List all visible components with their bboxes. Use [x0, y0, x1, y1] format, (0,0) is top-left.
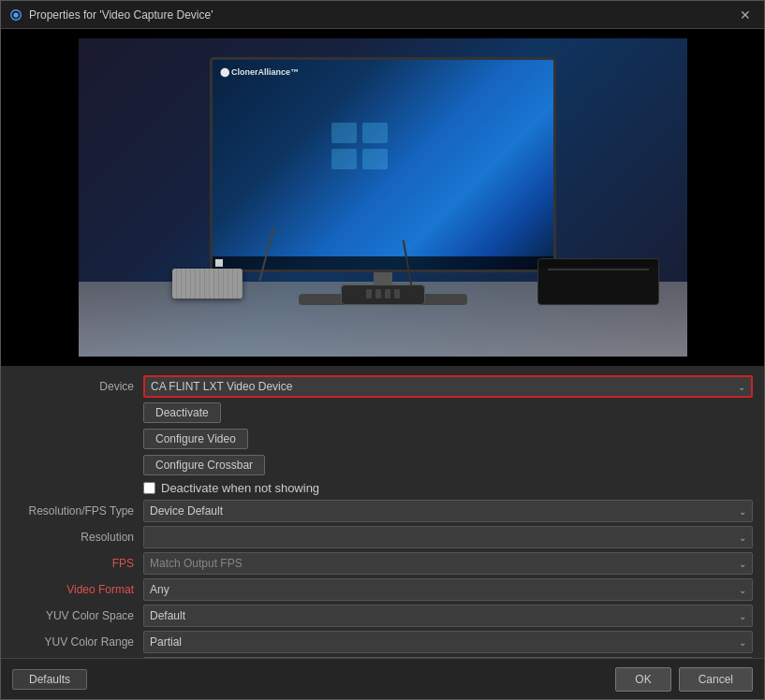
- buffering-dropdown[interactable]: Auto-Detect ⌄: [143, 657, 753, 658]
- video-format-dropdown[interactable]: Any ⌄: [143, 578, 753, 601]
- deactivate-button[interactable]: Deactivate: [143, 402, 221, 423]
- brand-logo: ⬤ ClonerAlliance™: [220, 67, 300, 77]
- monitor-body: ⬤ ClonerAlliance™: [210, 57, 556, 272]
- fps-value: Match Output FPS: [150, 557, 243, 570]
- device-dropdown-arrow: ⌄: [738, 382, 745, 392]
- resolution-label: Resolution: [12, 531, 143, 544]
- video-format-row: Video Format Any ⌄: [1, 576, 764, 603]
- buffering-control: Auto-Detect ⌄: [143, 657, 753, 658]
- yuv-color-range-row: YUV Color Range Partial ⌄: [1, 629, 764, 655]
- fps-arrow: ⌄: [739, 559, 746, 569]
- device-value: CA FLINT LXT Video Device: [151, 380, 292, 393]
- deactivate-when-not-showing-checkbox[interactable]: [143, 482, 155, 494]
- cancel-button[interactable]: Cancel: [679, 667, 753, 692]
- configure-video-button[interactable]: Configure Video: [143, 429, 248, 449]
- resolution-fps-type-value: Device Default: [150, 504, 223, 518]
- device-label: Device: [12, 380, 143, 393]
- svg-point-1: [13, 12, 18, 17]
- yuv-color-space-arrow: ⌄: [739, 611, 746, 621]
- resolution-fps-type-control: Device Default ⌄: [143, 500, 753, 522]
- bottom-right-buttons: OK Cancel: [615, 667, 753, 692]
- fps-dropdown[interactable]: Match Output FPS ⌄: [143, 552, 753, 575]
- fps-label: FPS: [12, 557, 143, 570]
- monitor-screen: ⬤ ClonerAlliance™: [213, 60, 553, 270]
- close-button[interactable]: ✕: [734, 4, 757, 26]
- yuv-color-space-label: YUV Color Space: [12, 609, 143, 622]
- video-format-control: Any ⌄: [143, 578, 753, 601]
- yuv-color-range-arrow: ⌄: [739, 637, 746, 648]
- resolution-control: ⌄: [143, 526, 753, 548]
- fps-row: FPS Match Output FPS ⌄: [1, 550, 764, 576]
- window-title: Properties for 'Video Capture Device': [29, 8, 734, 22]
- ps-console: [537, 258, 659, 305]
- yuv-color-range-control: Partial ⌄: [143, 631, 753, 653]
- device-dropdown[interactable]: CA FLINT LXT Video Device ⌄: [143, 375, 753, 398]
- device-control: CA FLINT LXT Video Device ⌄: [143, 375, 753, 398]
- ok-button[interactable]: OK: [615, 667, 670, 692]
- yuv-color-space-row: YUV Color Space Default ⌄: [1, 603, 764, 629]
- device-box: [172, 269, 243, 299]
- capture-device: [341, 284, 425, 305]
- resolution-fps-type-row: Resolution/FPS Type Device Default ⌄: [1, 498, 764, 524]
- yuv-color-space-control: Default ⌄: [143, 605, 753, 627]
- monitor-scene: ⬤ ClonerAlliance™: [79, 38, 687, 357]
- resolution-fps-type-arrow: ⌄: [739, 506, 746, 517]
- deactivate-row: Deactivate: [1, 400, 764, 426]
- configure-crossbar-row: Configure Crossbar: [1, 452, 764, 478]
- deactivate-when-not-showing-row: Deactivate when not showing: [1, 478, 764, 498]
- resolution-fps-type-dropdown[interactable]: Device Default ⌄: [143, 500, 753, 522]
- resolution-row: Resolution ⌄: [1, 524, 764, 550]
- resolution-arrow: ⌄: [739, 532, 746, 543]
- win-logo: [215, 259, 223, 267]
- properties-window: Properties for 'Video Capture Device' ✕: [0, 0, 765, 700]
- yuv-color-range-dropdown[interactable]: Partial ⌄: [143, 631, 753, 653]
- yuv-color-range-label: YUV Color Range: [12, 635, 143, 649]
- preview-image: ⬤ ClonerAlliance™: [79, 38, 687, 357]
- defaults-button[interactable]: Defaults: [12, 669, 87, 690]
- video-format-label: Video Format: [12, 583, 143, 596]
- video-format-arrow: ⌄: [739, 585, 746, 595]
- deactivate-when-not-showing-label: Deactivate when not showing: [161, 481, 319, 495]
- yuv-color-range-value: Partial: [150, 635, 182, 649]
- yuv-color-space-value: Default: [150, 609, 185, 622]
- bottom-bar: Defaults OK Cancel: [1, 658, 764, 699]
- settings-area: Device CA FLINT LXT Video Device ⌄ Deact…: [1, 366, 764, 658]
- resolution-dropdown[interactable]: ⌄: [143, 526, 753, 548]
- device-row: Device CA FLINT LXT Video Device ⌄: [1, 373, 764, 400]
- resolution-fps-type-label: Resolution/FPS Type: [12, 504, 143, 518]
- yuv-color-space-dropdown[interactable]: Default ⌄: [143, 605, 753, 627]
- window-icon: [8, 7, 23, 22]
- title-bar: Properties for 'Video Capture Device' ✕: [1, 1, 764, 29]
- fps-control: Match Output FPS ⌄: [143, 552, 753, 575]
- configure-video-row: Configure Video: [1, 426, 764, 452]
- video-format-value: Any: [150, 583, 169, 596]
- configure-crossbar-button[interactable]: Configure Crossbar: [143, 455, 265, 475]
- preview-area: ⬤ ClonerAlliance™: [1, 29, 764, 366]
